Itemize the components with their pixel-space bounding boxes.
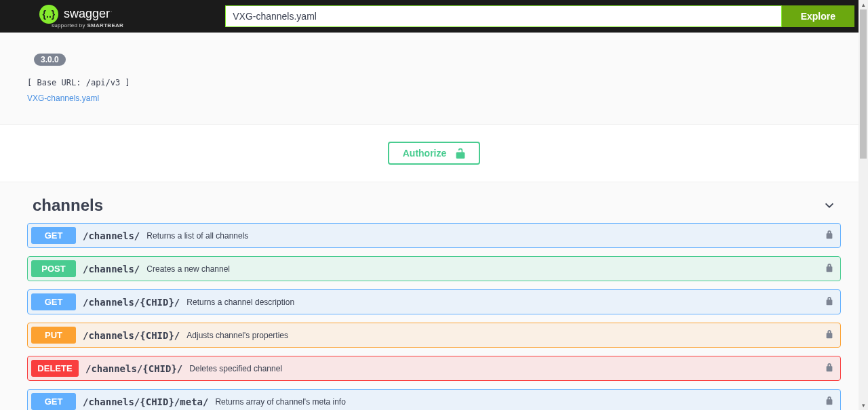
operation-summary: Creates a new channel bbox=[146, 264, 230, 274]
http-method-badge: GET bbox=[31, 227, 76, 244]
scroll-up-icon[interactable]: ▴ bbox=[859, 0, 868, 9]
operation-summary: Returns array of channel's meta info bbox=[215, 397, 345, 407]
chevron-down-icon bbox=[823, 199, 835, 211]
operations-list: GET/channels/Returns a list of all chann… bbox=[27, 223, 841, 410]
http-method-badge: POST bbox=[31, 260, 76, 277]
operation-path: /channels/{CHID}/ bbox=[83, 297, 180, 308]
spec-url-input[interactable] bbox=[225, 5, 781, 27]
auth-lock-icon[interactable] bbox=[825, 230, 833, 242]
brand-subtitle: supported by SMARTBEAR bbox=[52, 22, 123, 28]
operation-path: /channels/ bbox=[83, 230, 140, 241]
base-url: [ Base URL: /api/v3 ] bbox=[27, 78, 841, 87]
operation-row[interactable]: GET/channels/Returns a list of all chann… bbox=[27, 223, 841, 248]
info-section: 3.0.0 [ Base URL: /api/v3 ] VXG-channels… bbox=[0, 33, 868, 125]
swagger-logo-icon: {..} bbox=[39, 5, 58, 24]
operation-row[interactable]: GET/channels/{CHID}/meta/Returns array o… bbox=[27, 389, 841, 410]
operation-path: /channels/{CHID}/meta/ bbox=[83, 396, 208, 407]
oas-version-badge: 3.0.0 bbox=[34, 54, 66, 66]
auth-lock-icon[interactable] bbox=[825, 296, 833, 308]
auth-section: Authorize bbox=[0, 125, 868, 182]
operation-path: /channels/{CHID}/ bbox=[85, 363, 182, 374]
brand-title: swagger bbox=[64, 7, 111, 21]
operation-path: /channels/{CHID}/ bbox=[83, 330, 180, 341]
operation-summary: Returns a channel description bbox=[186, 298, 294, 307]
operation-row[interactable]: POST/channels/Creates a new channel bbox=[27, 256, 841, 281]
operation-summary: Adjusts channel's properties bbox=[186, 331, 288, 340]
auth-lock-icon[interactable] bbox=[825, 396, 833, 408]
operation-summary: Deletes specified channel bbox=[189, 364, 282, 373]
spec-file-link[interactable]: VXG-channels.yaml bbox=[27, 94, 99, 103]
operation-summary: Returns a list of all channels bbox=[146, 231, 248, 241]
http-method-badge: PUT bbox=[31, 327, 76, 344]
tag-name: channels bbox=[33, 196, 103, 215]
scrollbar-thumb[interactable] bbox=[860, 9, 867, 159]
topbar: {..} swagger supported by SMARTBEAR Expl… bbox=[0, 0, 868, 33]
authorize-button[interactable]: Authorize bbox=[388, 142, 481, 165]
http-method-badge: DELETE bbox=[31, 360, 79, 377]
vertical-scrollbar[interactable]: ▴ ▾ bbox=[859, 0, 868, 410]
url-bar: Explore bbox=[225, 5, 854, 27]
tag-channels-header[interactable]: channels bbox=[27, 182, 841, 223]
http-method-badge: GET bbox=[31, 393, 76, 410]
operation-path: /channels/ bbox=[83, 264, 140, 274]
scroll-down-icon[interactable]: ▾ bbox=[859, 401, 868, 410]
explore-button[interactable]: Explore bbox=[782, 5, 854, 27]
operation-row[interactable]: DELETE/channels/{CHID}/Deletes specified… bbox=[27, 356, 841, 381]
auth-lock-icon[interactable] bbox=[825, 329, 833, 342]
auth-lock-icon[interactable] bbox=[825, 263, 833, 275]
unlock-icon bbox=[456, 148, 465, 159]
operation-row[interactable]: PUT/channels/{CHID}/Adjusts channel's pr… bbox=[27, 323, 841, 348]
auth-lock-icon[interactable] bbox=[825, 363, 833, 375]
authorize-label: Authorize bbox=[403, 148, 447, 159]
brand[interactable]: {..} swagger supported by SMARTBEAR bbox=[27, 5, 123, 28]
operation-row[interactable]: GET/channels/{CHID}/Returns a channel de… bbox=[27, 289, 841, 314]
http-method-badge: GET bbox=[31, 293, 76, 310]
